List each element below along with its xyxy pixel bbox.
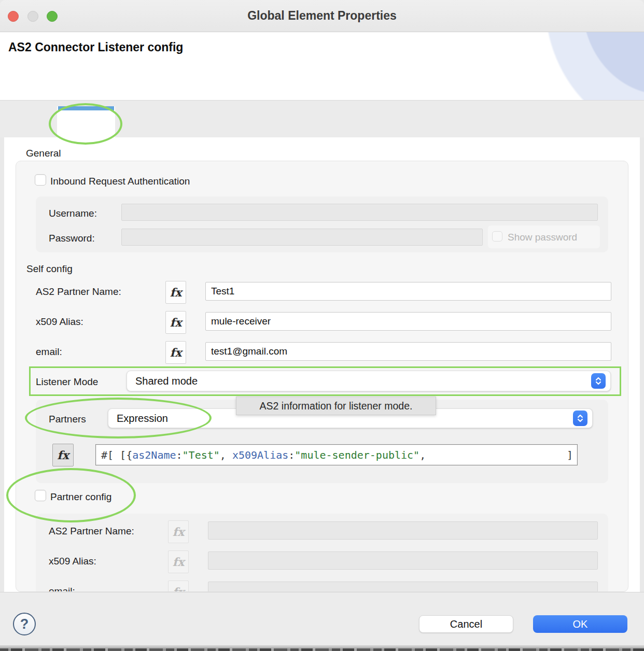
expression-string: "mule-sender-public" xyxy=(295,449,419,461)
self-config-section-label: Self config xyxy=(26,263,73,275)
partners-mode-value: Expression xyxy=(117,413,168,424)
listener-mode-label: Listener Mode xyxy=(36,376,98,388)
auth-credentials-panel: Username: Password: Show password xyxy=(36,196,608,252)
general-section-label: General xyxy=(26,148,61,159)
dropdown-stepper-icon[interactable] xyxy=(591,373,606,389)
show-password-checkbox xyxy=(492,231,502,242)
partner-email-input xyxy=(208,582,598,592)
tooltip-text: AS2 information for listener mode. xyxy=(260,400,413,412)
fx-icon[interactable]: fx xyxy=(52,444,74,466)
x509-alias-input[interactable] xyxy=(205,312,611,331)
expression-string: "Test" xyxy=(183,449,220,461)
as2-partner-name-label: AS2 Partner Name: xyxy=(36,286,121,298)
email-input[interactable] xyxy=(205,342,611,361)
general-groupbox: Inbound Request Authentication Username:… xyxy=(16,161,628,592)
expression-key: x509Alias xyxy=(232,449,288,461)
expression-key: as2Name xyxy=(132,449,176,461)
partner-as2-name-label: AS2 Partner Name: xyxy=(49,526,134,537)
password-input xyxy=(121,229,483,246)
show-password-group: Show password xyxy=(488,225,600,248)
fx-icon: fx xyxy=(168,581,189,592)
partner-x509-alias-input xyxy=(208,551,598,570)
partner-email-label: email: xyxy=(49,586,75,592)
inbound-request-auth-checkbox[interactable] xyxy=(35,174,46,186)
listener-mode-tooltip: AS2 information for listener mode. xyxy=(236,397,436,415)
background-window-strip xyxy=(0,645,644,651)
fx-icon[interactable]: fx xyxy=(165,281,186,304)
expression-close-bracket: ] xyxy=(567,449,573,461)
listener-mode-value: Shared mode xyxy=(135,375,198,387)
partner-x509-alias-label: x509 Alias: xyxy=(49,556,96,567)
dialog-footer: ? Cancel OK xyxy=(0,592,644,645)
x509-alias-label: x509 Alias: xyxy=(36,316,83,328)
partner-config-panel: AS2 Partner Name: fx x509 Alias: fx emai… xyxy=(36,514,608,592)
expression-prefix: #[ [{ xyxy=(101,449,132,461)
partner-as2-name-input xyxy=(208,521,598,540)
email-label: email: xyxy=(36,346,62,358)
help-button[interactable]: ? xyxy=(13,613,36,635)
window-title: Global Element Properties xyxy=(0,9,644,23)
tab-partners-background xyxy=(57,106,115,138)
fx-icon[interactable]: fx xyxy=(165,311,186,334)
as2-partner-name-input[interactable] xyxy=(205,282,611,301)
username-input xyxy=(121,204,598,221)
tab-strip: General Partners Advanced Notes Help xyxy=(0,100,644,137)
banner-decoration xyxy=(509,32,644,100)
inbound-request-auth-label: Inbound Request Authentication xyxy=(50,176,190,187)
listener-mode-dropdown[interactable]: Shared mode xyxy=(127,371,611,391)
question-mark-icon: ? xyxy=(20,616,29,632)
password-label: Password: xyxy=(49,233,95,244)
dropdown-stepper-icon[interactable] xyxy=(573,411,587,426)
tab-partners-accent-bar xyxy=(58,106,114,110)
cancel-button[interactable]: Cancel xyxy=(419,615,513,633)
fx-icon: fx xyxy=(168,550,189,573)
fx-icon: fx xyxy=(168,520,189,543)
partners-label: Partners xyxy=(49,414,86,425)
dialog-banner: AS2 Connector Listener config xyxy=(0,32,644,100)
partners-expression-input[interactable]: #[ [{as2Name:"Test", x509Alias:"mule-sen… xyxy=(95,444,578,465)
username-label: Username: xyxy=(49,208,97,219)
show-password-label: Show password xyxy=(508,232,577,243)
ok-button[interactable]: OK xyxy=(533,615,627,633)
partner-config-label: Partner config xyxy=(50,491,111,503)
dialog-heading: AS2 Connector Listener config xyxy=(8,40,183,54)
partner-config-checkbox[interactable] xyxy=(35,490,46,501)
fx-icon[interactable]: fx xyxy=(165,341,186,364)
window-titlebar: Global Element Properties xyxy=(0,0,644,32)
